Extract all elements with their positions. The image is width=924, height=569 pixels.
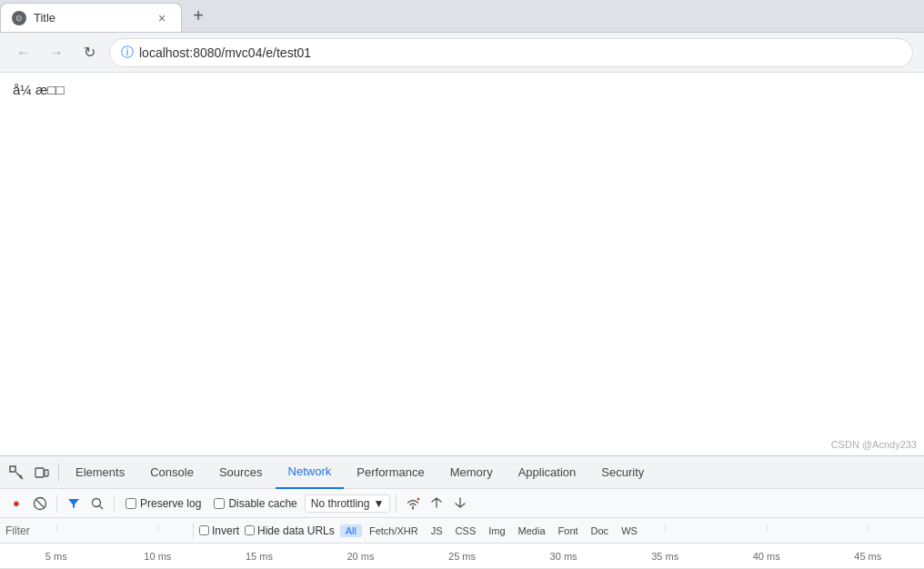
toolbar-divider-2: [114, 494, 115, 513]
throttle-select[interactable]: No throttling ▼: [305, 494, 391, 513]
tab-bar: ⊙ Title × +: [0, 0, 924, 33]
tab-console[interactable]: Console: [137, 456, 206, 489]
toolbar-divider-1: [56, 494, 57, 513]
svg-point-7: [412, 507, 414, 509]
url-bar[interactable]: ⓘ localhost:8080/mvc04/e/test01: [109, 38, 913, 67]
toolbar-divider-3: [396, 494, 397, 513]
timeline-mark-10ms: 10 ms: [107, 551, 209, 562]
tab-elements[interactable]: Elements: [63, 456, 137, 489]
invert-checkbox-group[interactable]: Invert: [199, 524, 239, 537]
clear-button[interactable]: [29, 493, 51, 514]
filter-divider-1: [193, 523, 194, 539]
timeline-mark-15ms: 15 ms: [208, 551, 310, 562]
browser-tab[interactable]: ⊙ Title ×: [0, 3, 182, 32]
timeline-mark-5ms: 5 ms: [5, 551, 107, 562]
reload-button[interactable]: ↻: [76, 40, 102, 65]
filter-toggle-button[interactable]: [63, 493, 85, 514]
url-info-icon: ⓘ: [121, 45, 134, 61]
tab-memory[interactable]: Memory: [437, 456, 506, 489]
inspect-element-btn[interactable]: [4, 460, 29, 485]
preserve-log-label[interactable]: Preserve log: [120, 497, 206, 510]
svg-line-4: [35, 499, 45, 508]
hide-data-urls-checkbox-group[interactable]: Hide data URLs: [245, 524, 335, 537]
timeline-marks: 5 ms 10 ms 15 ms 20 ms 25 ms 30 ms 35 ms…: [5, 551, 919, 562]
forward-button[interactable]: →: [44, 40, 69, 65]
tab-close-btn[interactable]: ×: [154, 10, 170, 26]
filter-type-js[interactable]: JS: [426, 524, 448, 537]
search-button[interactable]: [86, 493, 108, 514]
record-button[interactable]: ●: [5, 493, 27, 514]
disable-cache-checkbox[interactable]: [214, 498, 225, 509]
tab-sources[interactable]: Sources: [206, 456, 276, 489]
wifi-icon-btn[interactable]: [402, 493, 424, 514]
svg-rect-1: [35, 468, 44, 477]
timeline-mark-45ms: 45 ms: [818, 551, 919, 562]
filter-type-buttons: All Fetch/XHR JS CSS Img Media Font Doc …: [340, 524, 643, 537]
upload-throttle-btn[interactable]: [426, 493, 447, 514]
tab-network[interactable]: Network: [276, 456, 345, 489]
tab-security[interactable]: Security: [588, 456, 657, 489]
devtools-toolbar: ● Preserve log Disable cache No throttli…: [0, 489, 924, 518]
devtools-panel: Elements Console Sources Network Perform…: [0, 455, 924, 569]
filter-type-fetch-xhr[interactable]: Fetch/XHR: [364, 524, 424, 537]
tab-application[interactable]: Application: [506, 456, 589, 489]
tab-favicon: ⊙: [12, 11, 26, 25]
device-toolbar-btn[interactable]: [29, 460, 55, 485]
new-tab-button[interactable]: +: [186, 4, 211, 29]
filter-type-doc[interactable]: Doc: [586, 524, 615, 537]
svg-line-6: [100, 505, 104, 509]
back-button[interactable]: ←: [11, 40, 36, 65]
preserve-log-checkbox[interactable]: [126, 498, 136, 509]
timeline-row: 5 ms 10 ms 15 ms 20 ms 25 ms 30 ms 35 ms…: [0, 544, 924, 569]
hide-data-urls-checkbox[interactable]: [245, 525, 255, 535]
watermark: CSDN @Acndy233: [831, 439, 917, 450]
disable-cache-label[interactable]: Disable cache: [208, 497, 302, 510]
timeline-mark-35ms: 35 ms: [614, 551, 716, 562]
filter-type-img[interactable]: Img: [483, 524, 510, 537]
page-content: å¼ æ□□ CSDN @Acndy233: [0, 73, 924, 455]
filter-type-media[interactable]: Media: [513, 524, 551, 537]
filter-input[interactable]: Filter: [5, 524, 187, 537]
throttle-arrow-icon: ▼: [373, 497, 384, 510]
timeline-mark-40ms: 40 ms: [716, 551, 818, 562]
invert-checkbox[interactable]: [199, 525, 209, 535]
filter-type-ws[interactable]: WS: [616, 524, 643, 537]
address-bar: ← → ↻ ⓘ localhost:8080/mvc04/e/test01: [0, 33, 924, 73]
svg-rect-2: [45, 470, 48, 476]
download-throttle-btn[interactable]: [449, 493, 471, 514]
timeline-mark-25ms: 25 ms: [411, 551, 513, 562]
tab-performance[interactable]: Performance: [344, 456, 437, 489]
timeline-mark-30ms: 30 ms: [513, 551, 615, 562]
svg-point-5: [93, 498, 101, 506]
url-text: localhost:8080/mvc04/e/test01: [139, 45, 311, 60]
filter-type-css[interactable]: CSS: [450, 524, 482, 537]
timeline-mark-20ms: 20 ms: [310, 551, 412, 562]
filter-bar: Filter Invert Hide data URLs All Fetch/X…: [0, 518, 924, 544]
devtools-tab-bar: Elements Console Sources Network Perform…: [0, 456, 924, 489]
svg-rect-0: [10, 466, 15, 472]
page-text: å¼ æ□□: [13, 82, 911, 97]
tab-title: Title: [34, 11, 55, 25]
tab-divider: [58, 464, 59, 482]
filter-type-font[interactable]: Font: [553, 524, 584, 537]
filter-type-all[interactable]: All: [340, 524, 362, 537]
